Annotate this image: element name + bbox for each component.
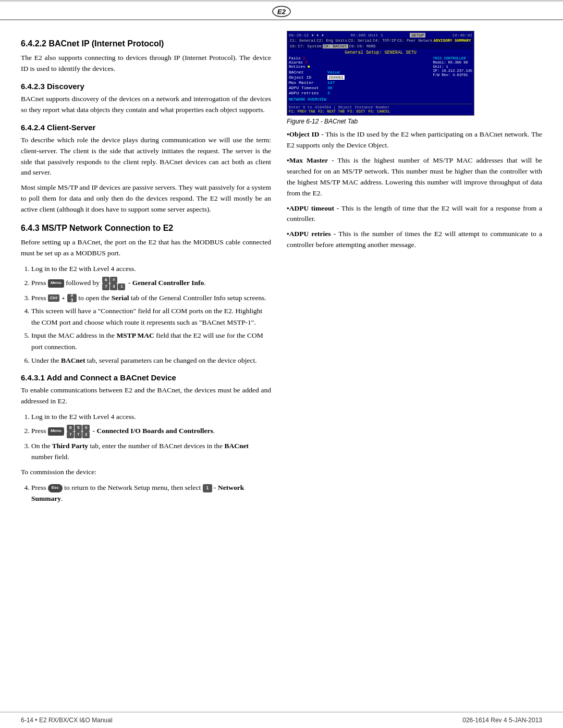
screen-title: General Setup: GENERAL SETU bbox=[289, 50, 472, 55]
step-3: Press Ctrl + #3 to open the Serial tab o… bbox=[31, 292, 271, 304]
bullet-adpu-retries: •ADPU retries - This is the number of ti… bbox=[287, 229, 542, 251]
tab-c9[interactable]: C9: bbox=[349, 44, 357, 48]
screen-body: Fails 0 Alarms 0 Notices ■ BACnet bbox=[289, 56, 472, 102]
step-4-3-1-3: On the Third Party tab, enter the number… bbox=[31, 440, 271, 463]
fails-val: 0 bbox=[303, 56, 305, 60]
net-overview: NETWORK OVERVIEW bbox=[289, 97, 431, 102]
ctrl-unit: Unit: 1 bbox=[433, 65, 472, 69]
mstp-mac-bold: MSTP MAC bbox=[116, 331, 154, 339]
fkey-f5[interactable]: F5: CANCEL bbox=[368, 109, 390, 114]
val-adpu-retries: 3 bbox=[327, 91, 330, 95]
menu-key-2: Menu bbox=[48, 427, 64, 436]
key-5-2: 5 bbox=[75, 425, 82, 431]
steps-6-4-3: Log in to the E2 with Level 4 access. Pr… bbox=[31, 263, 271, 366]
tab-c0[interactable]: C0: MORE bbox=[357, 44, 376, 48]
logo-area: E2 bbox=[0, 2, 563, 20]
topbar-label: SETUP bbox=[410, 33, 425, 38]
val-objectid: 260001 bbox=[327, 75, 345, 80]
step-4-3-1-1: Log in to the E2 with Level 4 access. bbox=[31, 411, 271, 423]
key-7a: 3 bbox=[110, 283, 117, 290]
ctrl-model: Model: RX-300 00 bbox=[433, 60, 472, 65]
step2b-bold: Connected I/O Boards and Controllers bbox=[96, 427, 213, 435]
ctrl-key: Ctrl bbox=[48, 294, 59, 302]
key-2b: 2 bbox=[82, 431, 90, 438]
tab-c7[interactable]: C7: System bbox=[298, 44, 322, 48]
table-row-maxmaster: Max Master 127 bbox=[289, 80, 431, 85]
bullet-adpu-timeout: •ADPU timeout - This is the length of ti… bbox=[287, 203, 542, 225]
tab-c8-active[interactable]: C8: BACnet bbox=[323, 44, 348, 48]
tab-advisory: ADVISORY SUMMARY bbox=[434, 39, 471, 43]
para-6-4-2-4-1: To describe which role the device plays … bbox=[21, 135, 271, 179]
screen-footer: Enter 0 to 4194304 | Object Instance Num… bbox=[289, 104, 472, 114]
bacnet-screen: 08-26-12 ♦ ♦ ♦ RX-300 Unit 1 SETUP 16:40… bbox=[287, 31, 474, 116]
bullet-at-label: •ADPU timeout bbox=[287, 204, 334, 212]
heading-6-4-2-3: 6.4.2.3 Discovery bbox=[21, 82, 271, 91]
topbar-left: 08-26-12 ♦ ♦ ♦ bbox=[289, 33, 324, 38]
heading-6-4-3-1-left: 6.4.3.1 Add and Connect a BACnet Device bbox=[21, 373, 271, 382]
para-6-4-3-intro: Before setting up a BACnet, the port on … bbox=[21, 237, 271, 259]
para-6-4-2-4-2: Most simple MS/TP and IP devices are pas… bbox=[21, 182, 271, 215]
ctrl-fw: F/W Rev: 4.01F01 bbox=[433, 73, 472, 77]
commission-text: To commission the device: bbox=[21, 467, 271, 478]
section-6-4-3: 6.4.3 MS/TP Network Connection to E2 Bef… bbox=[21, 224, 271, 366]
para-6-4-2-2: The E2 also supports connecting to devic… bbox=[21, 53, 271, 75]
tab-c6[interactable]: C6: bbox=[290, 44, 297, 48]
key-8-2: 8 bbox=[67, 425, 74, 431]
key-3a: 1 bbox=[118, 283, 125, 290]
key-7c: 7 bbox=[75, 431, 82, 438]
label-objectid: Object ID bbox=[289, 75, 325, 80]
footer-keys: F1: PREV TAB F2: NEXT TAB F3: EDIT F5: C… bbox=[289, 109, 472, 114]
fails-label: Fails bbox=[289, 56, 301, 60]
heading-6-4-2-4: 6.4.2.4 Client-Server bbox=[21, 123, 271, 132]
table-row-adpu-retries: ADPU retries 3 bbox=[289, 91, 431, 95]
bullet-ar-label: •ADPU retries bbox=[287, 230, 331, 238]
left-column: 6.4.2.2 BACnet IP (Internet Protocol) Th… bbox=[21, 31, 271, 701]
screen-left: Fails 0 Alarms 0 Notices ■ BACnet bbox=[289, 56, 431, 102]
alarms-label: Alarms bbox=[289, 60, 303, 65]
esc-key: Esc bbox=[48, 484, 63, 492]
table-row-objectid: Object ID 260001 bbox=[289, 75, 431, 80]
topbar-time: 16:40:02 bbox=[452, 33, 472, 38]
screen-tabs-row2: C6: C7: System C8: BACnet C9: C0: MORE bbox=[289, 44, 472, 49]
step-5: Input the MAC address in the MSTP MAC fi… bbox=[31, 330, 271, 352]
key-8: 7 bbox=[102, 283, 109, 290]
heading-6-4-3: 6.4.3 MS/TP Network Connection to E2 bbox=[21, 224, 271, 233]
step-4: This screen will have a "Connection" fie… bbox=[31, 305, 271, 328]
step-1: Log in to the E2 with Level 4 access. bbox=[31, 263, 271, 275]
page-footer: 6-14 • E2 RX/BX/CX I&O Manual 026-1614 R… bbox=[0, 712, 563, 728]
right-column: 08-26-12 ♦ ♦ ♦ RX-300 Unit 1 SETUP 16:40… bbox=[287, 31, 542, 701]
screen-tabs-row1: C1: General C2: Eng Units C3: Serial C4:… bbox=[289, 38, 472, 43]
fkey-f2[interactable]: F2: NEXT TAB bbox=[318, 109, 344, 114]
steps-6-4-3-1: Log in to the E2 with Level 4 access. Pr… bbox=[31, 411, 271, 463]
step-2: Press Menu followed by & # 7 3 1 bbox=[31, 277, 271, 290]
ctrl-ip: IP: 10.212.237.145 bbox=[433, 69, 472, 73]
tab-c4[interactable]: C4: TCP/IP bbox=[373, 39, 396, 43]
tab-c2[interactable]: C2: Eng Units bbox=[317, 39, 348, 43]
step-commission-4: Press Esc to return to the Network Setup… bbox=[31, 482, 271, 504]
step-6: Under the BACnet tab, several parameters… bbox=[31, 355, 271, 366]
key-0-2: 0 bbox=[82, 425, 90, 431]
step2-bold: General Controller Info bbox=[132, 279, 204, 287]
heading-6-4-2-2: 6.4.2.2 BACnet IP (Internet Protocol) bbox=[21, 39, 271, 48]
page-container: E2 6.4.2.2 BACnet IP (Internet Protocol)… bbox=[0, 0, 563, 728]
topbar-mid: RX-300 Unit 1 bbox=[351, 33, 383, 38]
bacnet-bold-2: BACnet bbox=[224, 442, 249, 450]
tab-c3[interactable]: C3: Serial bbox=[348, 39, 372, 43]
val-adpu-timeout: 30 bbox=[327, 85, 333, 90]
net-summary-bold: Network Summary bbox=[31, 484, 244, 503]
tab-c5[interactable]: C5: Peer Netwrk bbox=[397, 39, 433, 43]
steps-commission: Press Esc to return to the Network Setup… bbox=[31, 482, 271, 504]
keys-873-block: & # 7 3 1 bbox=[102, 277, 125, 290]
col-value: Value bbox=[327, 70, 340, 75]
para-6-4-2-3: BACnet supports discovery of the devices… bbox=[21, 94, 271, 116]
fkey-f3[interactable]: F3: EDIT bbox=[348, 109, 365, 114]
tab-c1[interactable]: C1: General bbox=[290, 39, 316, 43]
third-party-bold: Third Party bbox=[52, 442, 88, 450]
enter-prompt: Enter 0 to 4194304 | Object Instance Num… bbox=[289, 105, 472, 109]
bullet-max-master: •Max Master - This is the highest number… bbox=[287, 155, 542, 199]
val-maxmaster: 127 bbox=[327, 80, 335, 85]
bullet-oid-label: •Object ID bbox=[287, 130, 319, 138]
bullet-oid-text: - This is the ID used by the E2 when par… bbox=[287, 130, 542, 149]
menu-key: Menu bbox=[48, 279, 64, 288]
fkey-f1[interactable]: F1: PREV TAB bbox=[289, 109, 315, 114]
